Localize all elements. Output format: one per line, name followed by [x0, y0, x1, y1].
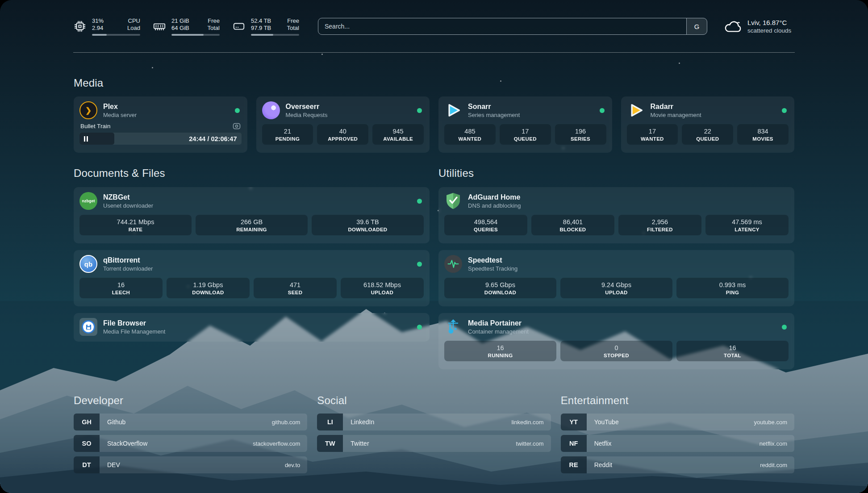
service-name: Speedtest — [468, 256, 517, 264]
bookmark-url: linkedin.com — [511, 419, 551, 426]
memory-free-value: 21 GiB — [171, 17, 195, 25]
service-name: Media Portainer — [468, 319, 529, 327]
now-playing-title: Bullet Train — [80, 123, 111, 130]
bookmark-url: twitter.com — [516, 440, 551, 447]
bookmark-netflix[interactable]: NF Netflix netflix.com — [561, 435, 794, 452]
service-card-speedtest[interactable]: Speedtest Speedtest Tracking 9.65 Gbps D… — [438, 250, 794, 306]
bookmark-abbr: NF — [561, 435, 587, 452]
disk-total-label: Total — [284, 25, 299, 32]
bookmark-dev[interactable]: DT DEV dev.to — [74, 456, 307, 473]
service-card-portainer[interactable]: Media Portainer Container management 16 … — [438, 313, 794, 369]
memory-total-value: 64 GiB — [171, 25, 195, 32]
stat-tile: 39.6 TB DOWNLOADED — [312, 215, 424, 235]
bookmark-name: StackOverflow — [100, 440, 147, 447]
bookmark-stackoverflow[interactable]: SO StackOverflow stackoverflow.com — [74, 435, 307, 452]
bookmark-url: github.com — [272, 419, 308, 426]
stat-tile: 266 GB REMAINING — [196, 215, 308, 235]
section-title-developer: Developer — [74, 394, 307, 407]
disk-progress-track — [251, 34, 299, 36]
status-dot — [782, 325, 787, 330]
stat-tile: 22 QUEUED — [682, 124, 733, 145]
status-dot — [417, 262, 422, 267]
bookmark-abbr: RE — [561, 456, 587, 473]
service-subtitle: Container management — [468, 328, 529, 335]
bookmark-twitter[interactable]: TW Twitter twitter.com — [317, 435, 551, 452]
weather-location-temp: Lviv, 16.87°C — [747, 19, 791, 26]
bookmark-reddit[interactable]: RE Reddit reddit.com — [561, 456, 794, 473]
bookmark-url: netflix.com — [760, 440, 794, 447]
status-dot — [235, 108, 240, 113]
bookmark-url: reddit.com — [760, 462, 794, 468]
status-dot — [600, 108, 605, 113]
portainer-icon — [445, 319, 461, 335]
nzbget-icon: nzbget — [79, 192, 97, 210]
now-playing-progress: 24:44 / 02:06:47 — [79, 133, 242, 145]
service-subtitle: Usenet downloader — [103, 202, 153, 209]
overseerr-icon — [262, 101, 280, 119]
bookmark-name: DEV — [100, 461, 120, 468]
stat-tile: 9.24 Gbps UPLOAD — [560, 278, 672, 298]
disk-total-value: 97.9 TB — [251, 25, 274, 32]
service-card-sonarr[interactable]: Sonarr Series management 485 WANTED 17 Q… — [438, 96, 612, 153]
sonarr-icon — [444, 101, 462, 119]
service-card-adguard[interactable]: AdGuard Home DNS and adblocking 498,564 … — [438, 187, 794, 243]
bookmark-abbr: TW — [317, 435, 343, 452]
section-title-social: Social — [317, 394, 551, 407]
stat-tile: 47.569 ms LATENCY — [705, 215, 789, 235]
service-subtitle: Media Requests — [286, 112, 328, 118]
bookmark-abbr: LI — [317, 414, 343, 430]
filebrowser-icon — [79, 318, 97, 336]
disk-progress-fill — [251, 34, 273, 36]
utilities-column: Utilities — [438, 167, 794, 369]
stat-tile: 9.65 Gbps DOWNLOAD — [444, 278, 556, 298]
memory-widget: 21 GiB 64 GiB Free Total — [153, 17, 220, 36]
search-input[interactable] — [318, 18, 682, 34]
stat-tile: 498,564 QUERIES — [444, 215, 527, 235]
memory-progress-track — [171, 34, 220, 36]
status-dot — [417, 325, 422, 330]
bookmarks-social: Social LI LinkedIn linkedin.com TW Twitt… — [317, 394, 551, 473]
bookmark-github[interactable]: GH Github github.com — [74, 414, 307, 430]
service-card-filebrowser[interactable]: File Browser Media File Management — [74, 313, 430, 342]
service-card-plex[interactable]: ❯ Plex Media server Bullet Train — [74, 96, 247, 153]
now-playing-time: 24:44 / 02:06:47 — [189, 135, 241, 142]
search-provider-button[interactable]: G — [686, 18, 707, 34]
service-name: Overseerr — [286, 103, 328, 111]
stat-tile: 17 WANTED — [627, 124, 678, 145]
disk-free-label: Free — [284, 17, 299, 25]
stat-tile: 40 APPROVED — [317, 124, 368, 145]
status-dot — [417, 199, 422, 204]
stat-tile: 16 TOTAL — [676, 341, 789, 361]
service-subtitle: DNS and adblocking — [468, 202, 521, 209]
service-card-radarr[interactable]: Radarr Movie management 17 WANTED 22 QUE… — [621, 96, 795, 153]
cloud-icon — [723, 19, 742, 34]
service-card-nzbget[interactable]: nzbget NZBGet Usenet downloader 744.21 M… — [74, 187, 430, 243]
cpu-load-label: Load — [125, 25, 140, 32]
stat-tile: 471 SEED — [254, 278, 337, 298]
memory-free-label: Free — [204, 17, 220, 25]
service-card-overseerr[interactable]: Overseerr Media Requests 21 PENDING 40 A… — [256, 96, 430, 153]
service-subtitle: Speedtest Tracking — [468, 265, 517, 272]
bookmark-abbr: DT — [74, 456, 100, 473]
stat-tile: 1.19 Gbps DOWNLOAD — [167, 278, 250, 298]
bookmark-linkedin[interactable]: LI LinkedIn linkedin.com — [317, 414, 551, 430]
weather-widget: Lviv, 16.87°C scattered clouds — [723, 19, 795, 34]
bookmark-name: Github — [100, 418, 125, 426]
stat-tile: 196 SERIES — [555, 124, 606, 145]
service-subtitle: Media server — [103, 112, 137, 118]
section-title-media: Media — [74, 77, 794, 89]
stat-tile: 16 LEECH — [79, 278, 163, 298]
top-bar: 31% 2.94 CPU Load — [73, 13, 795, 40]
memory-icon — [153, 20, 166, 33]
section-title-documents: Documents & Files — [74, 167, 430, 180]
bookmark-abbr: GH — [74, 414, 100, 430]
view-icon[interactable] — [233, 123, 241, 130]
service-subtitle: Series management — [468, 112, 520, 118]
bookmark-youtube[interactable]: YT YouTube youtube.com — [561, 414, 794, 430]
stat-tile: 2,956 FILTERED — [618, 215, 701, 235]
service-card-qbittorrent[interactable]: qb qBittorrent Torrent downloader 16 LEE… — [74, 250, 430, 306]
service-name: File Browser — [103, 319, 165, 327]
search-box: G — [318, 18, 707, 35]
section-title-entertainment: Entertainment — [561, 394, 794, 407]
cpu-load-value: 2.94 — [92, 25, 115, 32]
